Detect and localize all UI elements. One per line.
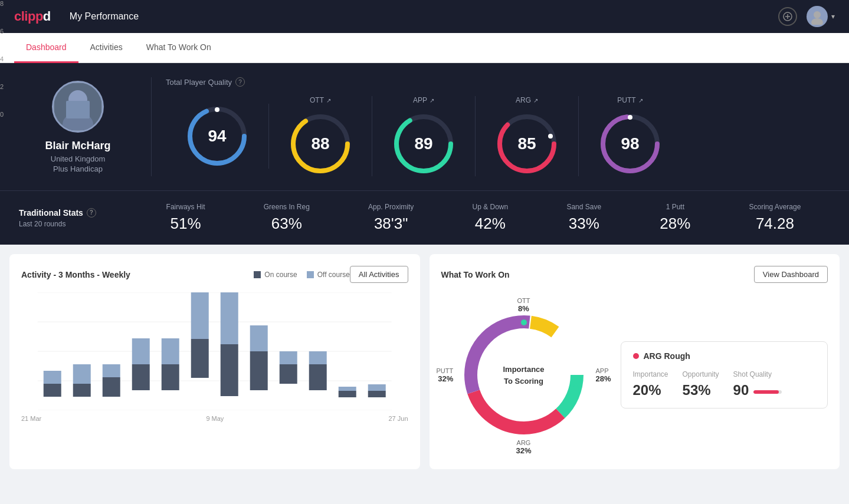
x-label-jun: 27 Jun <box>388 415 408 422</box>
arg-label: ARG ↗ <box>516 96 538 104</box>
red-dot-icon <box>633 353 639 359</box>
putt-card: PUTT ↗ 98 <box>579 96 681 176</box>
work-header: What To Work On View Dashboard <box>441 266 828 283</box>
tab-what-to-work-on[interactable]: What To Work On <box>135 33 223 63</box>
tabs: Dashboard Activities What To Work On <box>0 33 849 63</box>
ott-donut-label: OTT 8% <box>517 297 530 313</box>
hero-section: Blair McHarg United Kingdom Plus Handica… <box>0 63 849 190</box>
ott-value: 88 <box>311 134 329 153</box>
svg-rect-47 <box>339 391 356 397</box>
x-label-mar: 21 Mar <box>21 415 41 422</box>
player-country: United Kingdom <box>51 154 106 163</box>
putt-trend-icon: ↗ <box>638 97 643 104</box>
arg-gauge: 85 <box>494 111 559 176</box>
y-label-4: 4 <box>0 55 12 62</box>
putt-value: 98 <box>621 134 639 153</box>
svg-rect-46 <box>309 351 327 364</box>
stats-label: Traditional Stats ? Last 20 rounds <box>19 208 137 228</box>
section-divider <box>151 77 152 176</box>
y-label-8: 8 <box>0 0 12 7</box>
tab-dashboard[interactable]: Dashboard <box>14 33 78 63</box>
all-activities-button[interactable]: All Activities <box>350 266 408 283</box>
shot-quality-bar-fill <box>753 390 779 394</box>
putt-label: PUTT ↗ <box>617 96 643 104</box>
ott-label: OTT ↗ <box>310 96 331 104</box>
bottom-section: Activity - 3 Months - Weekly On course O… <box>0 245 849 479</box>
player-name: Blair McHarg <box>45 140 110 152</box>
stats-row: Traditional Stats ? Last 20 rounds Fairw… <box>0 190 849 245</box>
tab-activities[interactable]: Activities <box>78 33 135 63</box>
putt-donut-label: PUTT 32% <box>437 367 454 383</box>
view-dashboard-button[interactable]: View Dashboard <box>754 266 828 283</box>
svg-rect-38 <box>191 292 209 339</box>
arg-value: 85 <box>517 134 536 153</box>
arg-trend-icon: ↗ <box>533 97 538 104</box>
svg-rect-35 <box>162 364 179 390</box>
stat-fairways: Fairways Hit 51% <box>166 203 205 233</box>
stats-subtitle: Last 20 rounds <box>19 220 137 228</box>
chart-header: Activity - 3 Months - Weekly On course O… <box>21 266 408 283</box>
avatar <box>807 6 828 27</box>
ott-gauge: 88 <box>288 111 353 176</box>
stat-proximity: App. Proximity 38'3" <box>368 203 414 233</box>
detail-section: ARG Rough Importance 20% Opportunity 53%… <box>621 341 828 409</box>
svg-rect-49 <box>368 391 386 397</box>
app-gauge: 89 <box>391 111 456 176</box>
logo: clippd <box>14 9 51 24</box>
svg-rect-28 <box>44 371 61 384</box>
chart-content: 21 Mar 9 May 27 Jun <box>21 292 408 422</box>
arg-card: ARG ↗ 85 <box>476 96 579 176</box>
detail-importance: Importance 20% <box>633 370 668 398</box>
activity-panel: Activity - 3 Months - Weekly On course O… <box>9 254 420 469</box>
work-content: ImportanceTo Scoring OTT 8% APP 28% ARG … <box>441 292 828 457</box>
y-label-6: 6 <box>0 28 12 35</box>
tpq-gauge: 94 <box>185 104 250 169</box>
help-icon[interactable]: ? <box>235 77 245 87</box>
chart-legend: On course Off course <box>254 271 350 279</box>
svg-point-18 <box>548 134 553 139</box>
svg-rect-50 <box>368 384 386 391</box>
what-to-work-on-panel: What To Work On View Dashboard <box>430 254 840 469</box>
svg-rect-32 <box>103 364 120 377</box>
stat-updown: Up & Down 42% <box>473 203 509 233</box>
work-title: What To Work On <box>441 270 754 279</box>
player-handicap: Plus Handicap <box>53 164 103 173</box>
x-label-may: 9 May <box>206 415 224 422</box>
svg-rect-30 <box>73 364 91 384</box>
svg-point-11 <box>215 107 219 112</box>
add-button[interactable] <box>778 7 797 26</box>
topbar-actions: ▾ <box>778 6 835 27</box>
user-menu-button[interactable]: ▾ <box>807 6 835 27</box>
on-course-dot <box>254 271 261 278</box>
stat-sandsave: Sand Save 33% <box>566 203 601 233</box>
shot-quality-bar <box>753 390 782 394</box>
svg-point-55 <box>521 319 527 325</box>
svg-rect-42 <box>250 325 268 351</box>
stats-items: Fairways Hit 51% Greens In Reg 63% App. … <box>137 203 830 233</box>
y-label-0: 0 <box>0 111 12 118</box>
ott-trend-icon: ↗ <box>326 97 331 104</box>
svg-rect-39 <box>221 344 238 396</box>
tpq-card: 94 <box>166 104 269 169</box>
svg-rect-48 <box>339 387 356 391</box>
stat-1putt: 1 Putt 28% <box>660 203 690 233</box>
svg-point-58 <box>469 386 475 391</box>
player-avatar <box>52 81 104 133</box>
app-donut-label: APP 28% <box>595 367 611 383</box>
app-card: APP ↗ 89 <box>372 96 476 176</box>
score-cards: 94 OTT ↗ 88 AP <box>166 96 830 176</box>
tpq-value: 94 <box>208 127 226 146</box>
svg-point-56 <box>573 386 579 391</box>
bar-chart-svg <box>21 292 408 410</box>
work-detail-card: ARG Rough Importance 20% Opportunity 53%… <box>621 341 828 409</box>
detail-stats: Importance 20% Opportunity 53% Shot Qual… <box>633 370 816 398</box>
svg-rect-40 <box>221 292 238 344</box>
svg-rect-45 <box>309 364 327 390</box>
svg-point-57 <box>524 424 530 430</box>
detail-shot-quality: Shot Quality 90 <box>733 370 782 398</box>
y-label-2: 2 <box>0 83 12 90</box>
topbar: clippd My Performance ▾ <box>0 0 849 33</box>
svg-rect-41 <box>250 351 268 390</box>
stats-help-icon[interactable]: ? <box>87 208 96 218</box>
ott-card: OTT ↗ 88 <box>269 96 372 176</box>
